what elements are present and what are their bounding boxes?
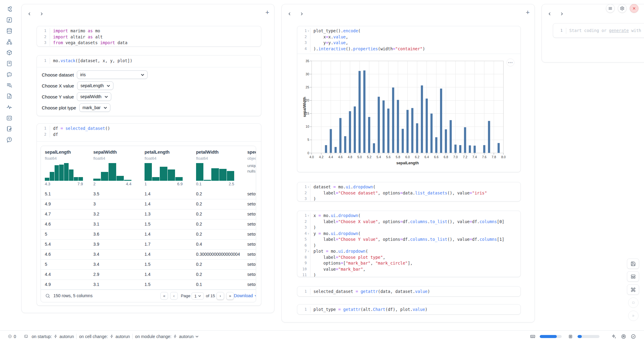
sidebar-database-icon[interactable] [5, 27, 13, 34]
code-line[interactable]: 9 options=["mark_bar", "mark_circle"], [297, 260, 521, 266]
save-icon [631, 261, 636, 266]
code-line[interactable]: 5 label="Choose Y value", options=df.col… [297, 237, 521, 243]
column-right-arrow-icon[interactable] [298, 10, 306, 18]
code-line[interactable]: 2 label="Choose X value", options=df.col… [297, 219, 521, 225]
column-right-arrow-icon[interactable] [558, 10, 566, 18]
cell-dataframe[interactable]: 1df = selected_dataset()2df sepalLengthf… [37, 123, 261, 306]
sidebar-chat-bot-icon[interactable] [5, 71, 13, 78]
column-header[interactable]: petalWidth [196, 150, 219, 155]
sidebar-scroll-icon[interactable] [5, 60, 13, 67]
code-line[interactable]: 1import marimo as mo [37, 28, 261, 34]
code-line[interactable]: 3) [297, 196, 521, 201]
column-header[interactable]: species [247, 150, 256, 155]
runtime-config-3[interactable]: on module change:autorun [135, 334, 199, 339]
error-count[interactable]: 0 [8, 334, 16, 339]
terminal-button[interactable] [24, 334, 28, 338]
svg-text:4.2: 4.2 [319, 155, 324, 159]
run-button[interactable] [628, 311, 639, 321]
code-line[interactable]: 1selected_dataset = getattr(data, datase… [297, 289, 521, 295]
add-cell-button[interactable]: + [265, 9, 269, 16]
cell-dataset-dropdown[interactable]: 1∨dataset = mo.ui.dropdown(2 label="Choo… [297, 182, 521, 201]
last-page-button[interactable]: » [226, 292, 234, 300]
cell-xy-plot-dropdowns[interactable]: 1∨x = mo.ui.dropdown(2 label="Choose X v… [297, 211, 521, 277]
code-line[interactable]: 2 label="Choose dataset", options=data.l… [297, 190, 521, 196]
code-line[interactable]: 1∨dataset = mo.ui.dropdown( [297, 184, 521, 190]
column-right-arrow-icon[interactable] [38, 10, 45, 18]
sidebar-document-icon[interactable] [5, 93, 13, 100]
cell-plot-type[interactable]: 1plot_type = getattr(alt.Chart(df), plot… [297, 304, 521, 315]
notebook-menu-button[interactable] [606, 4, 615, 13]
prev-page-button[interactable]: ‹ [170, 292, 178, 300]
runtime-config-2[interactable]: on cell change:autorun [79, 334, 130, 339]
cell-imports[interactable]: 1import marimo as mo2import altair as al… [37, 26, 261, 47]
choose-x-value-select[interactable]: sepalLength [77, 81, 113, 90]
column-header[interactable]: petalLength [145, 150, 170, 155]
stop-button[interactable] [628, 297, 639, 308]
shutdown-button[interactable] [630, 4, 639, 13]
code-line[interactable]: 3) [297, 225, 521, 231]
table-cell: 3.2 [93, 212, 99, 216]
code-line[interactable]: 3 y=y.value, [297, 40, 521, 46]
layout-toggle-button[interactable] [627, 271, 639, 282]
code-line[interactable]: 8 label="Choose plot type", [297, 255, 521, 261]
svg-text:6.6: 6.6 [434, 155, 439, 159]
next-page-button[interactable]: › [216, 292, 224, 300]
helper-panel-rail [0, 0, 18, 330]
settings-button[interactable] [618, 4, 627, 13]
sidebar-notebook-edit-icon[interactable] [5, 125, 13, 133]
sidebar-code-block-icon[interactable] [5, 114, 13, 122]
ai-sparkles-icon[interactable] [611, 334, 617, 339]
cell-selected-dataset[interactable]: 1selected_dataset = getattr(data, datase… [297, 286, 521, 297]
sidebar-dependency-graph-icon[interactable] [5, 38, 13, 45]
cell-empty-editor[interactable]: 1Start coding or generate with [553, 23, 644, 38]
choose-dataset-select[interactable]: iris [77, 70, 148, 79]
cell-vstack[interactable]: 1mo.vstack([dataset, x, y, plot]) Choose… [37, 55, 261, 116]
column-left-arrow-icon[interactable] [546, 10, 553, 18]
page-select[interactable]: 1 [191, 292, 204, 300]
cell-chart[interactable]: 1∨plot_type().encode(2 x=x.value,3 y=y.v… [297, 26, 521, 172]
code-line[interactable]: 2df [37, 132, 261, 138]
copilot-icon[interactable] [621, 334, 626, 339]
column-nav [285, 10, 306, 18]
altair-bar-chart[interactable]: 4.04.24.44.64.85.05.25.45.65.86.06.26.46… [302, 57, 516, 170]
code-line[interactable]: 10 value="mark_bar", [297, 266, 521, 273]
code-line[interactable]: 1plot_type = getattr(alt.Chart(df), plot… [297, 307, 521, 313]
first-page-button[interactable]: « [160, 292, 168, 300]
code-line[interactable]: 3from vega_datasets import data [37, 40, 261, 46]
code-line[interactable]: 1df = selected_dataset() [37, 126, 261, 132]
download-button[interactable]: Download [234, 293, 256, 298]
column-dtype: float64 [196, 156, 208, 161]
chart-menu-button[interactable]: ••• [506, 59, 514, 66]
sidebar-file-tree-icon[interactable] [5, 5, 13, 13]
code-line[interactable]: 1Start coding or generate with [553, 28, 644, 34]
column-left-arrow-icon[interactable] [25, 10, 33, 18]
table-cell: setosa [247, 191, 256, 196]
code-line[interactable]: 4).interactive().properties(width="conta… [297, 46, 521, 52]
code-line[interactable]: 2 x=x.value, [297, 34, 521, 40]
choose-y-value-select[interactable]: sepalWidth [77, 92, 111, 101]
code-line[interactable]: 4∨y = mo.ui.dropdown( [297, 231, 521, 237]
sidebar-functions-icon[interactable] [5, 16, 13, 24]
save-notebook-button[interactable] [627, 258, 639, 269]
search-icon[interactable] [45, 293, 50, 298]
code-line[interactable]: 1mo.vstack([dataset, x, y, plot]) [37, 58, 261, 64]
sidebar-log-search-icon[interactable] [5, 82, 13, 89]
code-line[interactable]: 6) [297, 243, 521, 249]
connection-status-icon[interactable] [631, 334, 636, 339]
column-header[interactable]: sepalLength [45, 150, 71, 155]
sidebar-package-icon[interactable] [5, 49, 13, 56]
keyboard-shortcuts-button[interactable] [627, 284, 639, 295]
cpu-usage-bar [578, 335, 599, 338]
code-line[interactable]: 7∨plot = mo.ui.dropdown( [297, 248, 521, 255]
sidebar-activity-icon[interactable] [5, 103, 13, 111]
sidebar-help-icon[interactable] [5, 136, 13, 143]
code-line[interactable]: 1∨plot_type().encode( [297, 28, 521, 34]
add-cell-button[interactable]: + [526, 9, 530, 16]
column-header[interactable]: sepalWidth [93, 150, 117, 155]
code-line[interactable]: 1∨x = mo.ui.dropdown( [297, 213, 521, 219]
runtime-config-1[interactable]: on startup:autorun [32, 334, 74, 339]
code-line[interactable]: 11) [297, 272, 521, 277]
code-line[interactable]: 2import altair as alt [37, 34, 261, 40]
column-left-arrow-icon[interactable] [285, 10, 293, 18]
choose-plot-type-select[interactable]: mark_bar [79, 103, 110, 112]
